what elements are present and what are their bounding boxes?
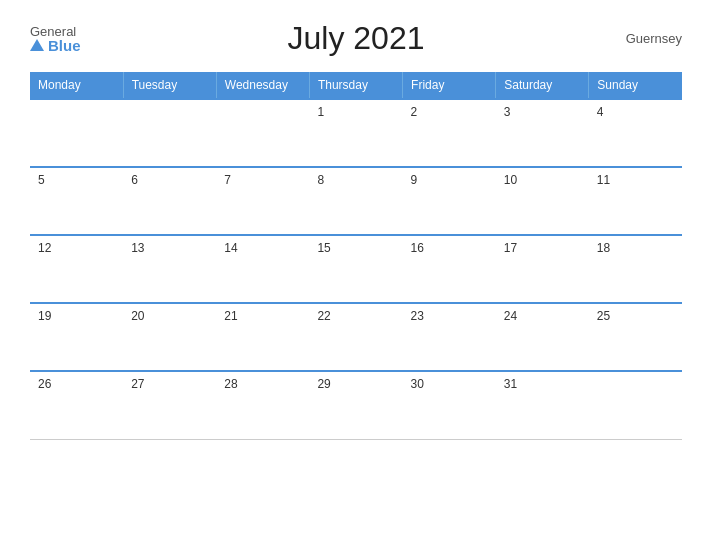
weekday-header-monday: Monday	[30, 72, 123, 99]
weekday-header-sunday: Sunday	[589, 72, 682, 99]
calendar-body: 1234567891011121314151617181920212223242…	[30, 99, 682, 439]
calendar-day: 8	[309, 167, 402, 235]
day-number: 31	[504, 377, 517, 391]
calendar-day: 11	[589, 167, 682, 235]
day-number: 9	[411, 173, 418, 187]
calendar-day: 24	[496, 303, 589, 371]
calendar-day: 15	[309, 235, 402, 303]
calendar-day: 22	[309, 303, 402, 371]
day-number: 12	[38, 241, 51, 255]
week-row: 262728293031	[30, 371, 682, 439]
calendar-day: 29	[309, 371, 402, 439]
calendar-day: 30	[403, 371, 496, 439]
calendar-day: 10	[496, 167, 589, 235]
day-number: 29	[317, 377, 330, 391]
calendar-day: 28	[216, 371, 309, 439]
week-row: 567891011	[30, 167, 682, 235]
calendar-day: 26	[30, 371, 123, 439]
logo: General Blue	[30, 25, 81, 53]
day-number: 16	[411, 241, 424, 255]
calendar-day: 31	[496, 371, 589, 439]
month-title: July 2021	[288, 20, 425, 57]
calendar-day: 27	[123, 371, 216, 439]
day-number: 21	[224, 309, 237, 323]
calendar-day: 23	[403, 303, 496, 371]
calendar-day: 14	[216, 235, 309, 303]
calendar-day: 19	[30, 303, 123, 371]
logo-general-text: General	[30, 25, 76, 38]
calendar-day: 4	[589, 99, 682, 167]
week-row: 12131415161718	[30, 235, 682, 303]
calendar-day: 13	[123, 235, 216, 303]
day-number: 26	[38, 377, 51, 391]
calendar-day	[123, 99, 216, 167]
country-label: Guernsey	[626, 31, 682, 46]
calendar-day	[30, 99, 123, 167]
weekday-header-wednesday: Wednesday	[216, 72, 309, 99]
calendar-header-row: MondayTuesdayWednesdayThursdayFridaySatu…	[30, 72, 682, 99]
calendar-day: 12	[30, 235, 123, 303]
day-number: 24	[504, 309, 517, 323]
calendar-day: 6	[123, 167, 216, 235]
calendar-day: 9	[403, 167, 496, 235]
logo-triangle-icon	[30, 39, 44, 51]
weekday-header-saturday: Saturday	[496, 72, 589, 99]
day-number: 27	[131, 377, 144, 391]
calendar-day: 1	[309, 99, 402, 167]
day-number: 15	[317, 241, 330, 255]
day-number: 13	[131, 241, 144, 255]
calendar-header: General Blue July 2021 Guernsey	[30, 20, 682, 57]
day-number: 18	[597, 241, 610, 255]
weekday-header-thursday: Thursday	[309, 72, 402, 99]
day-number: 22	[317, 309, 330, 323]
week-row: 1234	[30, 99, 682, 167]
day-number: 14	[224, 241, 237, 255]
logo-blue-text: Blue	[30, 38, 81, 53]
day-number: 11	[597, 173, 610, 187]
calendar-day	[216, 99, 309, 167]
calendar-day: 2	[403, 99, 496, 167]
day-number: 1	[317, 105, 324, 119]
calendar-day: 7	[216, 167, 309, 235]
day-number: 23	[411, 309, 424, 323]
day-number: 10	[504, 173, 517, 187]
calendar-day: 21	[216, 303, 309, 371]
day-number: 8	[317, 173, 324, 187]
calendar-day: 5	[30, 167, 123, 235]
day-number: 2	[411, 105, 418, 119]
day-number: 5	[38, 173, 45, 187]
day-number: 3	[504, 105, 511, 119]
day-number: 7	[224, 173, 231, 187]
day-number: 6	[131, 173, 138, 187]
calendar-day: 17	[496, 235, 589, 303]
day-number: 19	[38, 309, 51, 323]
day-number: 4	[597, 105, 604, 119]
weekday-header-tuesday: Tuesday	[123, 72, 216, 99]
calendar-day: 18	[589, 235, 682, 303]
calendar-table: MondayTuesdayWednesdayThursdayFridaySatu…	[30, 72, 682, 440]
day-number: 30	[411, 377, 424, 391]
calendar-day	[589, 371, 682, 439]
calendar-day: 20	[123, 303, 216, 371]
week-row: 19202122232425	[30, 303, 682, 371]
weekday-header-friday: Friday	[403, 72, 496, 99]
day-number: 20	[131, 309, 144, 323]
calendar-day: 25	[589, 303, 682, 371]
day-number: 25	[597, 309, 610, 323]
calendar-day: 3	[496, 99, 589, 167]
calendar-day: 16	[403, 235, 496, 303]
weekday-row: MondayTuesdayWednesdayThursdayFridaySatu…	[30, 72, 682, 99]
day-number: 28	[224, 377, 237, 391]
day-number: 17	[504, 241, 517, 255]
